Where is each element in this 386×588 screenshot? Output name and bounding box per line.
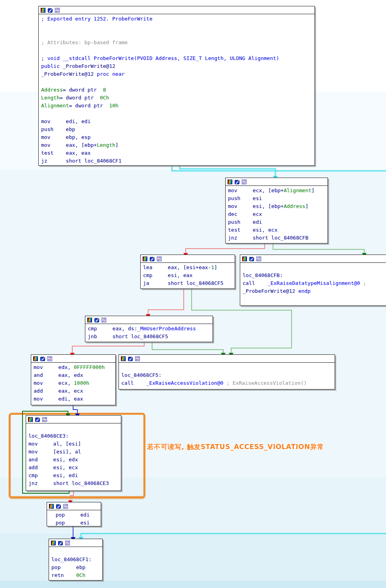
code-line: loc_84068CFB: <box>243 272 386 279</box>
sync-icon[interactable] <box>63 504 68 509</box>
node-code: ; Exported entry 1252. ProbeForWrite ; A… <box>39 14 314 165</box>
node-title-bar[interactable] <box>47 502 101 510</box>
edit-icon[interactable] <box>128 356 133 361</box>
node-title-bar[interactable] <box>39 6 314 14</box>
code-line: add esi, ecx <box>28 464 121 472</box>
palette-icon[interactable] <box>121 356 126 361</box>
node-code: loc_84068CFB:call _ExRaiseDatatypeMisali… <box>240 263 386 303</box>
code-line: test esi, ecx <box>228 226 328 234</box>
code-line: Address= dword ptr 8 <box>41 86 314 94</box>
palette-icon[interactable] <box>87 318 92 322</box>
code-line: add eax, ecx <box>34 387 115 395</box>
node-title-bar[interactable] <box>226 178 328 186</box>
code-line: push ebp <box>41 125 314 133</box>
node-raise-access-violation[interactable]: loc_84068CF5:call _ExRaiseAccessViolatio… <box>119 354 335 390</box>
code-line <box>243 295 386 303</box>
code-line: cmp eax, ds:_MmUserProbeAddress <box>88 325 213 333</box>
sync-icon[interactable] <box>65 541 70 545</box>
edit-icon[interactable] <box>249 257 254 261</box>
palette-icon[interactable] <box>242 257 247 261</box>
code-line: push esi <box>228 195 328 202</box>
sync-icon[interactable] <box>157 257 162 261</box>
code-line: public _ProbeForWrite@12 <box>41 62 314 70</box>
edge-jz-taken-out <box>172 165 386 171</box>
node-title-bar[interactable] <box>26 416 121 423</box>
node-pop-regs[interactable]: pop edi pop esi <box>47 502 101 526</box>
sync-icon[interactable] <box>102 318 106 322</box>
sync-icon[interactable] <box>47 356 52 361</box>
code-line: ; Exported entry 1252. ProbeForWrite <box>41 15 314 23</box>
edit-icon[interactable] <box>35 417 40 422</box>
edit-icon[interactable] <box>94 318 99 322</box>
code-line <box>41 110 314 118</box>
sync-icon[interactable] <box>135 356 140 361</box>
edge-ja-nottaken <box>148 288 184 315</box>
code-line: lea eax, [esi+eax-1] <box>143 264 235 272</box>
code-line: mov edx, 0FFFFF000h <box>34 363 115 371</box>
code-line <box>41 31 314 39</box>
edge-entry-fallthrough <box>180 165 275 177</box>
node-code: cmp eax, ds:_MmUserProbeAddressjnb short… <box>85 324 213 341</box>
node-code: loc_84068CE3:mov al, [esi]mov [esi], ala… <box>26 423 121 487</box>
node-epilogue[interactable]: loc_84068CF1:pop ebpretn 0Ch <box>49 539 103 581</box>
code-line: _ProbeForWrite@12 proc near <box>41 70 314 78</box>
node-code: pop edi pop esi <box>47 510 101 526</box>
code-line <box>41 23 314 31</box>
node-probe-loop[interactable]: loc_84068CE3:mov al, [esi]mov [esi], ala… <box>26 415 121 491</box>
node-range-check[interactable]: lea eax, [esi+eax-1]cmp esi, eaxja short… <box>140 255 235 289</box>
code-line: mov ecx, [ebp+Alignment] <box>228 187 328 195</box>
code-line: jnb short loc_84068CF5 <box>88 333 213 341</box>
edit-icon[interactable] <box>48 8 53 13</box>
code-line: ja short loc_84068CF5 <box>143 279 235 287</box>
sync-icon[interactable] <box>55 8 60 13</box>
palette-icon[interactable] <box>33 356 38 361</box>
code-line: ; void __stdcall ProbeForWrite(PVOID Add… <box>41 54 314 62</box>
edit-icon[interactable] <box>235 180 239 184</box>
node-title-bar[interactable] <box>49 539 102 547</box>
node-title-bar[interactable] <box>85 316 213 324</box>
edit-icon[interactable] <box>58 541 63 545</box>
palette-icon[interactable] <box>28 417 33 422</box>
node-raise-misalignment[interactable]: loc_84068CFB:call _ExRaiseDatatypeMisali… <box>240 255 386 306</box>
node-userprobe-check[interactable]: cmp eax, ds:_MmUserProbeAddressjnb short… <box>85 316 213 342</box>
node-code: mov edx, 0FFFFF000hand eax, edxmov ecx, … <box>31 363 115 403</box>
graph-view[interactable]: 若不可读写, 触发STATUS_ACCESS_VIOLATION异常 ; Exp… <box>0 0 386 588</box>
code-line: jnz short loc_84068CFB <box>228 234 328 242</box>
node-title-bar[interactable] <box>141 255 235 263</box>
node-page-setup[interactable]: mov edx, 0FFFFF000hand eax, edxmov ecx, … <box>31 354 116 405</box>
edge-jnb-taken <box>152 341 223 354</box>
node-code: mov ecx, [ebp+Alignment]push esimov esi,… <box>226 186 328 242</box>
palette-icon[interactable] <box>228 180 232 184</box>
node-title-bar[interactable] <box>119 355 335 363</box>
code-line: mov eax, [ebp+Length] <box>41 141 314 149</box>
sync-icon[interactable] <box>256 257 261 261</box>
code-line: _ProbeForWrite@12 endp <box>243 287 386 295</box>
palette-icon[interactable] <box>49 504 54 509</box>
palette-icon[interactable] <box>51 541 56 545</box>
node-code: lea eax, [esi+eax-1]cmp esi, eaxja short… <box>141 263 235 287</box>
edit-icon[interactable] <box>40 356 45 361</box>
node-title-bar[interactable] <box>240 255 386 263</box>
sync-icon[interactable] <box>242 180 247 184</box>
code-line: mov ebp, esp <box>41 133 314 141</box>
code-line: call _ExRaiseAccessViolation@0 ; ExRaise… <box>121 379 335 387</box>
edge-jnb-nottaken <box>72 341 144 354</box>
palette-icon[interactable] <box>41 8 45 13</box>
node-func-entry[interactable]: ; Exported entry 1252. ProbeForWrite ; A… <box>38 6 315 166</box>
code-line: pop ebp <box>51 564 102 571</box>
node-alignment-check[interactable]: mov ecx, [ebp+Alignment]push esimov esi,… <box>225 178 328 243</box>
code-line: mov [esi], al <box>28 448 121 456</box>
code-line: loc_84068CF1: <box>51 556 102 564</box>
code-line: mov edi, edi <box>41 118 314 125</box>
edit-icon[interactable] <box>56 504 61 509</box>
code-line: loc_84068CE3: <box>28 432 121 440</box>
node-title-bar[interactable] <box>31 355 115 363</box>
sync-icon[interactable] <box>42 417 47 422</box>
palette-icon[interactable] <box>143 257 147 261</box>
code-line: jz short loc_84068CF1 <box>41 157 314 165</box>
code-line: cmp esi, edi <box>28 472 121 479</box>
edge-jnz-nottaken <box>186 243 265 254</box>
code-line: pop edi <box>49 511 101 519</box>
edit-icon[interactable] <box>150 257 154 261</box>
code-line: dec ecx <box>228 210 328 218</box>
